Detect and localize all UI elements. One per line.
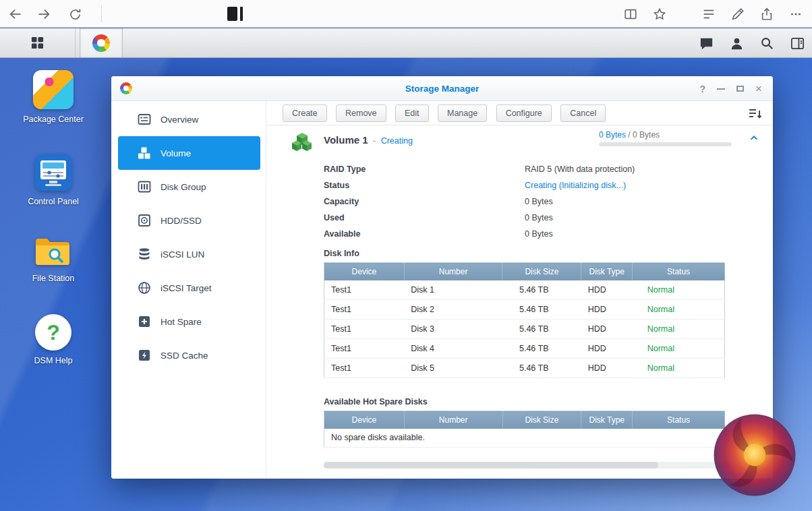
detail-value-status: Creating (Initializing disk...) <box>525 181 626 190</box>
table-row-empty: No spare disks available. <box>324 429 725 448</box>
desktop-icon-control-panel[interactable]: Control Panel <box>16 154 90 207</box>
sidebar-item-volume[interactable]: Volume <box>118 136 260 170</box>
sidebar-item-label: Disk Group <box>161 182 206 192</box>
cell-number: Disk 5 <box>404 359 502 378</box>
user-account-icon[interactable] <box>727 34 746 53</box>
cell-device: Test1 <box>324 280 405 300</box>
desktop-icon-dsm-help[interactable]: ? DSM Help <box>16 314 90 366</box>
usage-separator: / <box>626 130 633 140</box>
disk-info-title: Disk Info <box>324 249 773 258</box>
cell-disk-size: 5.46 TB <box>502 280 581 300</box>
window-title: Storage Manager <box>111 76 773 101</box>
sidebar-item-disk-group[interactable]: Disk Group <box>118 170 260 204</box>
window-help-button[interactable]: ? <box>700 84 706 94</box>
sort-list-icon[interactable] <box>747 106 763 122</box>
cell-disk-size: 5.46 TB <box>502 339 581 359</box>
sidebar-item-ssd-cache[interactable]: SSD Cache <box>118 338 260 372</box>
cell-disk-type: HDD <box>581 339 633 359</box>
window-maximize-button[interactable] <box>736 86 744 92</box>
disk-info-table: Device Number Disk Size Disk Type Status… <box>324 262 725 378</box>
cell-number: Disk 1 <box>404 280 502 300</box>
main-menu-button[interactable] <box>0 28 76 57</box>
collapse-chevron-up-icon[interactable] <box>749 133 759 144</box>
table-row: Test1 Disk 4 5.46 TB HDD Normal <box>324 339 725 359</box>
horizontal-scrollbar-thumb[interactable] <box>324 462 658 469</box>
reading-view-icon[interactable] <box>621 5 640 23</box>
detail-value: 0 Bytes <box>525 229 553 239</box>
desktop-icon-package-center[interactable]: Package Center <box>16 70 90 125</box>
window-main-area: Create Remove Edit Manage Configure Canc… <box>266 101 773 479</box>
column-header: Number <box>404 263 502 280</box>
desktop-icon-label: File Station <box>16 273 90 284</box>
sidebar-item-label: HDD/SSD <box>161 216 202 226</box>
cell-disk-size: 5.46 TB <box>502 300 581 320</box>
hub-icon[interactable] <box>699 5 718 23</box>
browser-back-button[interactable] <box>7 5 24 23</box>
desktop-icon-file-station[interactable]: File Station <box>16 235 90 284</box>
hot-spare-table: Device Number Disk Size Disk Type Status… <box>324 411 725 448</box>
cell-disk-type: HDD <box>581 300 633 320</box>
favorites-star-icon[interactable] <box>650 5 669 23</box>
detail-row: Status Creating (Initializing disk...) <box>324 177 773 193</box>
address-bar-site-icon[interactable] <box>227 7 237 21</box>
hot-spare-title: Available Hot Spare Disks <box>324 397 773 407</box>
web-note-pen-icon[interactable] <box>728 5 747 23</box>
storage-manager-window: Storage Manager ? × Overview Volume <box>111 76 773 479</box>
column-header: Device <box>324 263 405 280</box>
share-icon[interactable] <box>757 5 776 23</box>
column-header: Disk Type <box>581 411 633 429</box>
overview-icon <box>137 112 152 127</box>
usage-progress-bar <box>599 142 732 146</box>
window-titlebar[interactable]: Storage Manager ? × <box>111 76 773 101</box>
taskbar-storage-manager-button[interactable] <box>80 28 123 57</box>
cancel-button[interactable]: Cancel <box>560 104 606 122</box>
detail-label: Status <box>324 181 525 190</box>
remove-button[interactable]: Remove <box>336 104 386 122</box>
empty-message: No spare disks available. <box>324 429 725 448</box>
cell-number: Disk 2 <box>404 300 502 320</box>
window-toolbar: Create Remove Edit Manage Configure Canc… <box>266 101 773 125</box>
sidebar-item-overview[interactable]: Overview <box>118 102 260 136</box>
sidebar-item-iscsi-target[interactable]: iSCSI Target <box>118 271 260 305</box>
search-icon[interactable] <box>757 34 776 53</box>
volume-header: Volume 1 - Creating 0 Bytes / 0 Bytes <box>266 126 773 157</box>
sidebar-item-hot-spare[interactable]: Hot Spare <box>118 305 260 338</box>
edit-button[interactable]: Edit <box>395 104 429 122</box>
cell-disk-size: 5.46 TB <box>502 320 581 339</box>
usage-used: 0 Bytes <box>599 130 626 140</box>
cell-disk-type: HDD <box>581 359 633 378</box>
sidebar-item-iscsi-lun[interactable]: iSCSI LUN <box>118 237 260 271</box>
notifications-chat-icon[interactable] <box>697 34 716 53</box>
widgets-panel-icon[interactable] <box>788 34 807 53</box>
cell-disk-type: HDD <box>581 320 633 339</box>
iscsi-target-icon <box>137 280 152 295</box>
configure-button[interactable]: Configure <box>496 104 552 122</box>
browser-forward-button[interactable] <box>35 5 53 23</box>
question-mark-glyph: ? <box>47 320 60 345</box>
volume-name: Volume 1 <box>324 134 368 146</box>
cell-status: Normal <box>633 280 725 300</box>
sidebar-item-hdd-ssd[interactable]: HDD/SSD <box>118 204 260 237</box>
sidebar-item-label: Volume <box>161 148 191 158</box>
more-options-icon[interactable] <box>786 5 805 23</box>
horizontal-scrollbar[interactable] <box>324 462 732 469</box>
create-button[interactable]: Create <box>283 104 327 122</box>
volume-state: Creating <box>381 136 413 146</box>
detail-value: 0 Bytes <box>525 197 553 206</box>
volume-panel: Volume 1 - Creating 0 Bytes / 0 Bytes <box>266 126 773 479</box>
column-header: Device <box>324 411 405 429</box>
window-minimize-button[interactable] <box>717 88 725 90</box>
desktop-icon-label: Control Panel <box>16 196 90 207</box>
cell-device: Test1 <box>324 339 405 359</box>
toolbar-separator <box>101 5 102 22</box>
iscsi-lun-icon <box>137 247 152 262</box>
cell-status: Normal <box>633 359 725 378</box>
window-close-button[interactable]: × <box>755 83 762 94</box>
column-header: Disk Size <box>502 411 581 429</box>
browser-refresh-button[interactable] <box>66 5 84 23</box>
cell-disk-type: HDD <box>581 280 633 300</box>
volume-icon <box>137 146 152 160</box>
cell-status: Normal <box>633 339 725 359</box>
column-header: Status <box>633 263 725 280</box>
manage-button[interactable]: Manage <box>438 104 487 122</box>
